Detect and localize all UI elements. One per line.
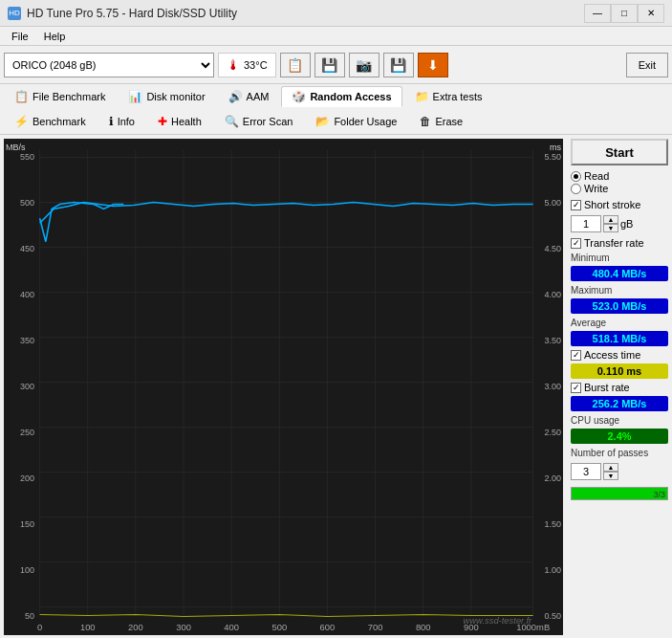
title-text: HD Tune Pro 5.75 - Hard Disk/SSD Utility (27, 7, 237, 20)
info-btn[interactable]: 📋 (280, 53, 311, 77)
tab-folder-usage[interactable]: 📂 Folder Usage (305, 111, 407, 132)
maximum-label: Maximum (571, 285, 668, 296)
minimize-button[interactable]: — (584, 4, 611, 23)
short-stroke-unit: gB (620, 218, 633, 230)
passes-input[interactable] (571, 463, 601, 480)
device-select[interactable]: ORICO (2048 gB) (4, 53, 214, 77)
cpu-usage-value: 2.4% (571, 429, 668, 444)
download-btn[interactable]: ⬇ (418, 53, 448, 77)
tab-file-benchmark-label: File Benchmark (33, 91, 105, 102)
svg-text:400: 400 (224, 623, 239, 632)
radio-write[interactable]: Write (571, 183, 668, 194)
menu-file[interactable]: File (4, 29, 36, 44)
menu-bar: File Help (0, 27, 672, 46)
file-benchmark-icon: 📋 (14, 90, 29, 103)
title-bar-controls: — □ ✕ (584, 4, 664, 23)
svg-text:600: 600 (320, 623, 336, 632)
access-time-label: Access time (584, 349, 640, 361)
tab-random-access-label: Random Access (310, 91, 391, 102)
exit-button[interactable]: Exit (626, 53, 668, 77)
title-bar-left: HD HD Tune Pro 5.75 - Hard Disk/SSD Util… (8, 7, 237, 20)
tab-info[interactable]: ℹ Info (98, 111, 145, 132)
tab-disk-monitor-label: Disk monitor (146, 91, 205, 102)
progress-bar-container: 3/3 (571, 487, 668, 500)
tab-extra-tests[interactable]: 📁 Extra tests (404, 86, 493, 107)
tab-health[interactable]: ✚ Health (147, 111, 212, 132)
info-icon: ℹ (109, 115, 114, 128)
tab-disk-monitor[interactable]: 📊 Disk monitor (118, 86, 215, 107)
error-scan-icon: 🔍 (225, 115, 239, 128)
menu-help[interactable]: Help (36, 29, 74, 44)
tab-benchmark-label: Benchmark (33, 116, 86, 127)
burst-rate-value: 256.2 MB/s (571, 396, 668, 411)
tab-benchmark[interactable]: ⚡ Benchmark (4, 111, 97, 132)
short-stroke-label: Short stroke (584, 199, 640, 210)
right-panel: Start Read Write ✓ Short stroke ▲ ▼ gB (567, 135, 672, 638)
access-time-value: 0.110 ms (571, 363, 668, 379)
svg-text:800: 800 (416, 623, 431, 632)
short-stroke-row: ▲ ▼ gB (571, 215, 668, 232)
short-stroke-checkbox[interactable]: ✓ Short stroke (571, 199, 668, 210)
start-button[interactable]: Start (571, 139, 668, 165)
toolbar: ORICO (2048 gB) 🌡 33°C 📋 💾 📷 💾 ⬇ Exit (0, 46, 672, 84)
disk-btn[interactable]: 💾 (314, 53, 345, 77)
svg-text:500: 500 (271, 623, 287, 632)
tab-aam[interactable]: 🔊 AAM (218, 86, 280, 107)
svg-text:0: 0 (37, 623, 42, 632)
transfer-rate-label: Transfer rate (584, 237, 644, 249)
save-btn[interactable]: 💾 (383, 53, 414, 77)
tab-error-scan[interactable]: 🔍 Error Scan (214, 111, 304, 132)
tab-error-scan-label: Error Scan (243, 116, 293, 127)
extra-tests-icon: 📁 (415, 90, 429, 103)
passes-row: ▲ ▼ (571, 463, 668, 480)
burst-rate-checkbox[interactable]: ✓ Burst rate (571, 382, 668, 393)
tab-health-label: Health (171, 116, 202, 127)
passes-up[interactable]: ▲ (603, 463, 618, 472)
short-stroke-up[interactable]: ▲ (603, 215, 618, 224)
transfer-rate-check-box: ✓ (571, 238, 581, 249)
chart-container: MB/s ms 550 500 450 400 350 300 250 200 … (4, 139, 563, 635)
tab-erase[interactable]: 🗑 Erase (409, 111, 473, 132)
access-time-checkbox[interactable]: ✓ Access time (571, 349, 668, 361)
minimum-label: Minimum (571, 253, 668, 263)
tab-erase-label: Erase (435, 116, 463, 127)
chart-svg: 0 100 200 300 400 500 600 700 800 900 10… (4, 139, 563, 635)
short-stroke-check-box: ✓ (571, 200, 581, 210)
cpu-usage-label: CPU usage (571, 415, 668, 426)
short-stroke-down[interactable]: ▼ (603, 224, 618, 232)
svg-text:700: 700 (368, 623, 383, 632)
passes-down[interactable]: ▼ (603, 472, 618, 480)
passes-label: Number of passes (571, 448, 668, 458)
svg-text:200: 200 (128, 623, 143, 632)
average-value: 518.1 MB/s (571, 331, 668, 346)
passes-spinner: ▲ ▼ (603, 463, 618, 480)
radio-group: Read Write (571, 170, 668, 194)
svg-text:300: 300 (176, 623, 191, 632)
svg-text:100: 100 (80, 623, 96, 632)
radio-write-circle (571, 184, 581, 194)
transfer-rate-checkbox[interactable]: ✓ Transfer rate (571, 237, 668, 249)
tab-extra-tests-label: Extra tests (433, 91, 483, 102)
radio-read-circle (571, 171, 581, 182)
tab-file-benchmark[interactable]: 📋 File Benchmark (4, 86, 116, 107)
erase-icon: 🗑 (420, 115, 431, 128)
title-bar: HD HD Tune Pro 5.75 - Hard Disk/SSD Util… (0, 0, 672, 27)
app-icon: HD (8, 7, 21, 20)
maximum-value: 523.0 MB/s (571, 298, 668, 314)
svg-text:www.ssd-tester.fr: www.ssd-tester.fr (464, 617, 533, 627)
tab-row-2: ⚡ Benchmark ℹ Info ✚ Health 🔍 Error Scan… (0, 109, 672, 134)
short-stroke-spinner: ▲ ▼ (603, 215, 618, 232)
camera-btn[interactable]: 📷 (349, 53, 379, 77)
radio-read[interactable]: Read (571, 170, 668, 182)
access-time-check-box: ✓ (571, 350, 581, 361)
disk-monitor-icon: 📊 (128, 90, 142, 103)
close-button[interactable]: ✕ (638, 4, 664, 23)
main-content: MB/s ms 550 500 450 400 350 300 250 200 … (0, 135, 672, 638)
maximize-button[interactable]: □ (611, 4, 638, 23)
tab-row-1: 📋 File Benchmark 📊 Disk monitor 🔊 AAM 🎲 … (0, 84, 672, 109)
folder-usage-icon: 📂 (315, 115, 330, 128)
short-stroke-input[interactable] (571, 215, 601, 232)
tab-random-access[interactable]: 🎲 Random Access (281, 86, 401, 107)
radio-read-label: Read (584, 170, 609, 182)
burst-rate-label: Burst rate (584, 382, 630, 393)
